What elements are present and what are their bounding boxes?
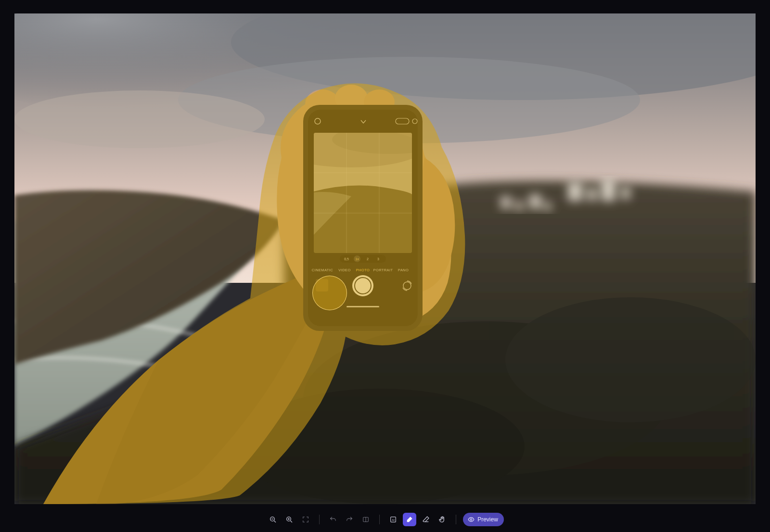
bottom-toolbar: AI Preview — [0, 513, 770, 526]
redo-button[interactable] — [343, 513, 356, 526]
preview-button[interactable]: Preview — [463, 513, 504, 526]
compare-button[interactable] — [359, 513, 372, 526]
eraser-icon — [422, 516, 430, 523]
selection-mask-overlay — [14, 13, 756, 504]
zoom-group — [266, 513, 312, 526]
editor-canvas[interactable]: 0,5 1x 2 3 CINEMATIC VIDEO PHOTO PORTRAI… — [14, 13, 756, 504]
svg-text:AI: AI — [392, 519, 395, 521]
pan-button[interactable] — [436, 513, 449, 526]
svg-line-50 — [274, 521, 276, 522]
hand-icon — [438, 516, 446, 523]
expand-icon — [302, 516, 309, 523]
toolbar-divider — [379, 515, 380, 524]
ai-select-button[interactable]: AI — [386, 513, 400, 526]
brush-button[interactable] — [403, 513, 416, 526]
ai-select-icon: AI — [389, 516, 397, 523]
svg-point-61 — [470, 519, 472, 520]
undo-button[interactable] — [326, 513, 340, 526]
fit-screen-button[interactable] — [299, 513, 312, 526]
redo-icon — [346, 516, 353, 523]
svg-line-53 — [291, 521, 292, 522]
history-group — [326, 513, 372, 526]
compare-icon — [362, 516, 370, 523]
zoom-in-icon — [285, 516, 293, 523]
undo-icon — [329, 516, 337, 523]
toolbar-divider — [319, 515, 320, 524]
eye-icon — [468, 516, 475, 523]
brush-icon — [406, 516, 413, 523]
zoom-out-button[interactable] — [266, 513, 280, 526]
preview-label: Preview — [477, 516, 498, 523]
zoom-in-button[interactable] — [282, 513, 296, 526]
tools-group: AI — [386, 513, 449, 526]
brush-cursor-indicator — [312, 276, 347, 310]
toolbar-divider — [456, 515, 456, 524]
eraser-button[interactable] — [419, 513, 433, 526]
zoom-out-icon — [269, 516, 277, 523]
